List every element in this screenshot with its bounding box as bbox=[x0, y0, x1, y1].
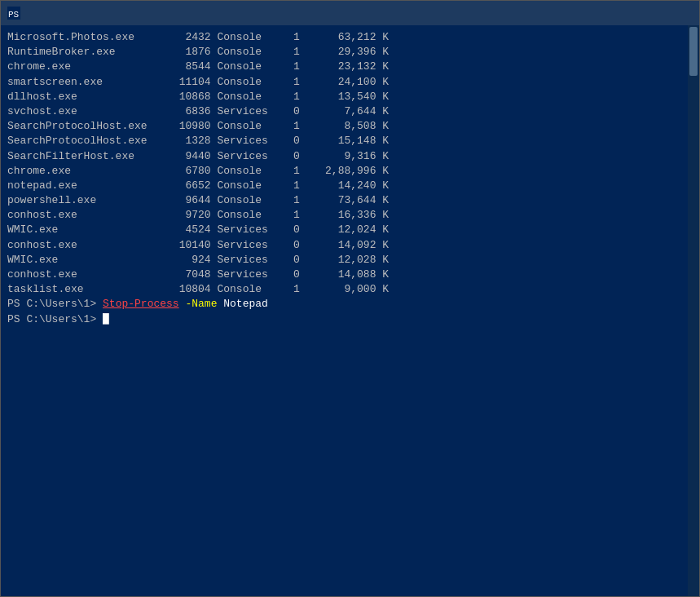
title-bar: PS bbox=[1, 1, 699, 25]
svg-text:PS: PS bbox=[8, 10, 20, 20]
scrollbar[interactable] bbox=[688, 25, 699, 596]
powershell-icon: PS bbox=[7, 7, 20, 20]
scrollbar-thumb[interactable] bbox=[689, 27, 698, 76]
minimize-button[interactable] bbox=[577, 1, 614, 25]
maximize-button[interactable] bbox=[616, 1, 654, 25]
window-controls bbox=[577, 1, 693, 25]
terminal-output: Microsoft.Photos.exe 2432 Console 1 63,2… bbox=[7, 30, 693, 327]
terminal-body[interactable]: Microsoft.Photos.exe 2432 Console 1 63,2… bbox=[1, 25, 699, 596]
powershell-window: PS Microsoft.Photos.exe 2432 Console 1 6… bbox=[0, 0, 700, 597]
close-button[interactable] bbox=[655, 1, 693, 25]
